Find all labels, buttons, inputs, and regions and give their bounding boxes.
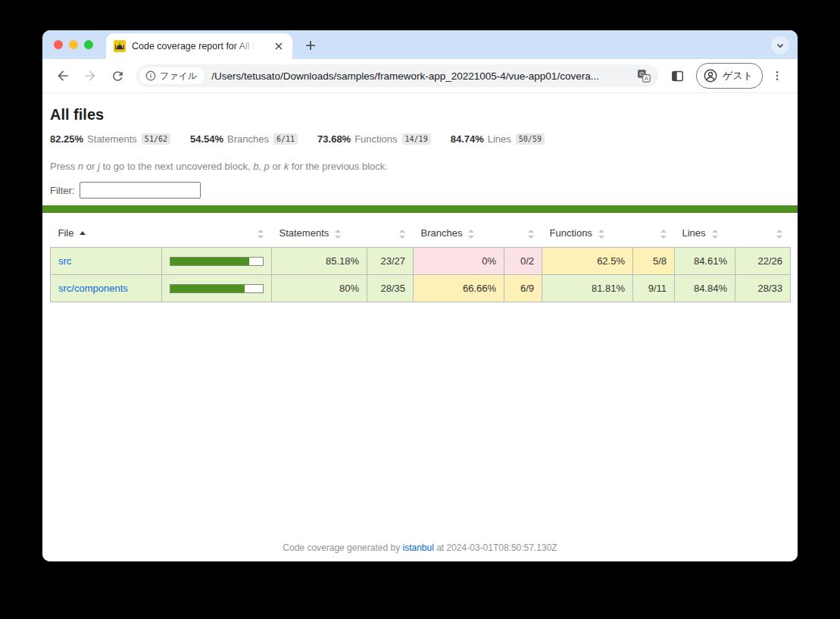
bar-cell <box>162 275 272 302</box>
metric-fraction: 14/19 <box>402 133 431 145</box>
metric-fraction: 50/59 <box>516 133 545 145</box>
back-button[interactable] <box>50 63 76 89</box>
lines-pct-cell: 84.61% <box>675 248 735 275</box>
report-footer: Code coverage generated by istanbul at 2… <box>42 542 798 553</box>
header-lines-raw <box>735 219 791 248</box>
statements-frac-cell: 28/35 <box>367 275 414 302</box>
header-statements[interactable]: Statements <box>272 219 367 248</box>
url-scheme-chip[interactable]: ファイル <box>139 67 205 84</box>
sort-icon[interactable] <box>528 230 535 239</box>
menu-button[interactable] <box>764 63 790 89</box>
url-text: /Users/tetusato/Downloads/samples/framew… <box>211 70 637 82</box>
page-content: All files 82.25% Statements 51/62 54.54%… <box>42 93 798 561</box>
tab-search-button[interactable] <box>771 36 789 55</box>
sort-icon[interactable] <box>258 230 264 239</box>
chevron-down-icon <box>776 41 785 50</box>
side-panel-icon <box>670 69 685 83</box>
translate-icon[interactable]: G A <box>637 69 651 83</box>
browser-tab[interactable]: Code coverage report for All files <box>106 33 292 59</box>
branches-pct-cell: 0% <box>414 248 504 275</box>
header-branches[interactable]: Branches <box>414 219 504 248</box>
reload-button[interactable] <box>105 63 130 89</box>
table-header-row: File Statements Branches Functions Lines <box>51 219 791 248</box>
tab-title: Code coverage report for All files <box>132 41 256 52</box>
header-branches-raw <box>504 219 542 248</box>
filter-label: Filter: <box>50 185 75 196</box>
metric-lines: 84.74% Lines 50/59 <box>451 133 545 145</box>
branches-frac-cell: 0/2 <box>504 248 542 275</box>
header-statements-raw <box>367 219 414 248</box>
profile-label: ゲスト <box>723 69 753 83</box>
browser-toolbar: ファイル /Users/tetusato/Downloads/samples/f… <box>42 59 798 93</box>
metric-pct: 54.54% <box>190 133 223 145</box>
lines-frac-cell: 22/26 <box>735 248 791 275</box>
metric-fraction: 51/62 <box>142 133 170 145</box>
filter-row: Filter: <box>50 182 790 199</box>
close-window-button[interactable] <box>54 40 63 49</box>
header-label: Statements <box>279 227 329 239</box>
branches-frac-cell: 6/9 <box>504 275 542 302</box>
sort-icon[interactable] <box>468 230 475 239</box>
person-icon <box>703 68 718 83</box>
minimize-window-button[interactable] <box>69 40 78 49</box>
file-cell: src/components <box>51 275 162 302</box>
istanbul-link[interactable]: istanbul <box>402 542 433 553</box>
header-functions-raw <box>633 219 675 248</box>
footer-suffix: at 2024-03-01T08:50:57.130Z <box>434 542 557 553</box>
sort-icon[interactable] <box>660 230 667 239</box>
url-scheme-label: ファイル <box>160 70 197 83</box>
keyboard-hint: Press n or j to go to the next uncovered… <box>50 161 790 172</box>
istanbul-favicon-icon <box>114 40 126 52</box>
file-cell: src <box>51 248 162 275</box>
metric-branches: 54.54% Branches 6/11 <box>190 133 298 145</box>
branches-pct-cell: 66.66% <box>414 275 504 302</box>
table-row: src/components 80% 28/35 66.66% 6/9 81.8… <box>51 275 791 302</box>
footer-prefix: Code coverage generated by <box>283 542 402 553</box>
header-label: Lines <box>682 227 706 239</box>
statements-pct-cell: 85.18% <box>272 248 367 275</box>
header-bar <box>162 219 272 248</box>
metric-statements: 82.25% Statements 51/62 <box>50 133 170 145</box>
file-link[interactable]: src/components <box>58 283 128 294</box>
info-icon <box>145 70 156 81</box>
window-controls <box>54 40 93 49</box>
functions-pct-cell: 62.5% <box>542 248 633 275</box>
sort-icon[interactable] <box>598 230 605 239</box>
address-bar[interactable]: ファイル /Users/tetusato/Downloads/samples/f… <box>136 64 658 87</box>
svg-text:A: A <box>645 75 648 82</box>
browser-window: Code coverage report for All files <box>42 30 798 561</box>
coverage-bar <box>170 257 264 266</box>
filter-input[interactable] <box>80 182 201 199</box>
table-row: src 85.18% 23/27 0% 0/2 62.5% 5/8 84.61%… <box>51 248 791 275</box>
metric-functions: 73.68% Functions 14/19 <box>317 133 431 145</box>
header-label: File <box>58 227 74 239</box>
forward-button[interactable] <box>77 63 103 89</box>
header-functions[interactable]: Functions <box>542 219 633 248</box>
header-label: Branches <box>421 227 463 239</box>
tab-strip: Code coverage report for All files <box>42 30 798 59</box>
metric-label: Lines <box>488 133 511 145</box>
sort-ascending-icon <box>80 231 86 235</box>
side-panel-button[interactable] <box>664 63 690 89</box>
metric-fraction: 6/11 <box>273 133 298 145</box>
header-label: Functions <box>550 227 592 239</box>
tab-close-icon[interactable] <box>273 40 285 52</box>
maximize-window-button[interactable] <box>84 40 93 49</box>
sort-icon[interactable] <box>776 230 783 239</box>
header-file[interactable]: File <box>51 219 162 248</box>
metric-label: Functions <box>354 133 397 145</box>
lines-frac-cell: 28/33 <box>735 275 791 302</box>
file-link[interactable]: src <box>58 255 71 267</box>
lines-pct-cell: 84.84% <box>675 275 735 302</box>
sort-icon[interactable] <box>399 230 406 239</box>
functions-frac-cell: 5/8 <box>633 248 675 275</box>
new-tab-button[interactable] <box>302 37 319 54</box>
metric-pct: 82.25% <box>50 133 83 145</box>
coverage-table: File Statements Branches Functions Lines <box>50 219 791 302</box>
header-lines[interactable]: Lines <box>675 219 735 248</box>
sort-icon[interactable] <box>712 230 719 239</box>
three-dots-icon <box>771 70 783 82</box>
sort-icon[interactable] <box>335 230 342 239</box>
statements-pct-cell: 80% <box>272 275 367 302</box>
profile-button[interactable]: ゲスト <box>696 63 763 89</box>
